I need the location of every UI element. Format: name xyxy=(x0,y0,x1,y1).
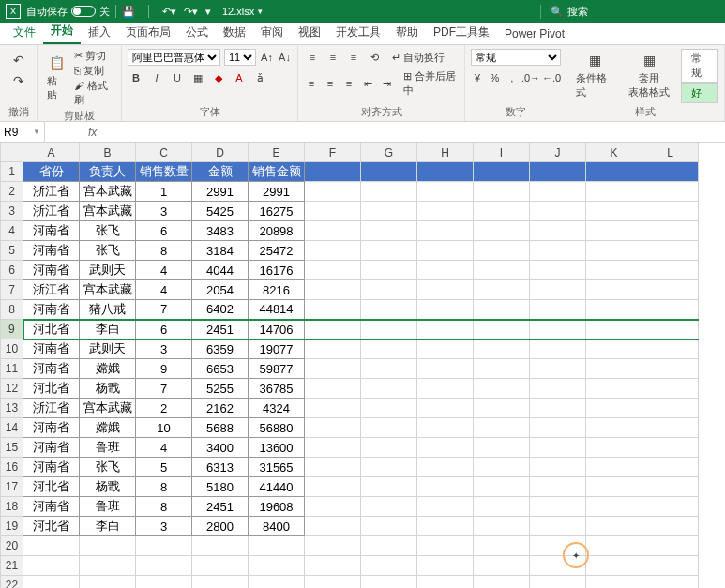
cell[interactable]: 3 xyxy=(136,339,192,359)
cell[interactable] xyxy=(249,536,305,556)
cell[interactable]: 8 xyxy=(136,241,192,261)
cell[interactable]: 19077 xyxy=(249,339,305,359)
column-header[interactable]: J xyxy=(530,143,586,162)
cell[interactable]: 8216 xyxy=(249,280,305,300)
cell[interactable] xyxy=(474,418,530,438)
cell[interactable] xyxy=(586,497,642,517)
cell[interactable] xyxy=(530,517,586,536)
cell[interactable] xyxy=(586,202,642,221)
cell[interactable] xyxy=(530,576,586,589)
format-painter-button[interactable]: 🖌 格式刷 xyxy=(74,79,115,107)
cell-style-good[interactable]: 好 xyxy=(681,83,718,103)
cell[interactable] xyxy=(305,202,361,221)
cell[interactable] xyxy=(530,202,586,221)
row-header[interactable]: 8 xyxy=(1,300,23,320)
cell[interactable]: 河南省 xyxy=(23,418,80,438)
cell[interactable]: 2054 xyxy=(192,280,249,300)
cell[interactable] xyxy=(642,280,699,300)
cell[interactable] xyxy=(474,438,530,458)
cell[interactable] xyxy=(417,576,474,589)
decrease-font-icon[interactable]: A↓ xyxy=(278,49,292,66)
cell[interactable] xyxy=(361,399,417,418)
cell[interactable] xyxy=(305,162,361,182)
cell[interactable] xyxy=(474,497,530,517)
phonetic-button[interactable]: ǎ xyxy=(251,69,268,86)
cell[interactable] xyxy=(586,182,642,202)
cell[interactable] xyxy=(305,536,361,556)
column-header[interactable]: B xyxy=(80,143,136,162)
cell[interactable] xyxy=(305,241,361,261)
cell[interactable] xyxy=(305,399,361,418)
cell[interactable] xyxy=(305,339,361,359)
cell[interactable]: 5 xyxy=(136,458,192,477)
row-header[interactable]: 19 xyxy=(1,517,23,536)
cell[interactable]: 2800 xyxy=(192,517,249,536)
cell[interactable] xyxy=(474,300,530,320)
row-header[interactable]: 7 xyxy=(1,280,23,300)
cell[interactable] xyxy=(361,438,417,458)
cell[interactable] xyxy=(474,576,530,589)
cell[interactable] xyxy=(361,261,417,280)
cell[interactable]: 河南省 xyxy=(23,438,80,458)
cell[interactable]: 河北省 xyxy=(23,517,80,536)
cell[interactable] xyxy=(642,497,699,517)
cell[interactable]: 3184 xyxy=(192,241,249,261)
cell[interactable]: 1 xyxy=(136,182,192,202)
cell[interactable] xyxy=(305,182,361,202)
cell[interactable] xyxy=(642,339,699,359)
cell[interactable]: 河北省 xyxy=(23,379,80,399)
cell[interactable]: 河南省 xyxy=(23,241,80,261)
cell[interactable] xyxy=(361,241,417,261)
cell[interactable] xyxy=(474,359,530,379)
cell[interactable] xyxy=(530,182,586,202)
cell[interactable] xyxy=(642,182,699,202)
fill-color-button[interactable]: ◆ xyxy=(210,69,227,86)
cell[interactable] xyxy=(642,477,699,497)
cell[interactable]: 6 xyxy=(136,221,192,241)
cell[interactable] xyxy=(80,536,136,556)
cell[interactable] xyxy=(192,576,249,589)
cell[interactable] xyxy=(305,320,361,339)
cell[interactable] xyxy=(642,379,699,399)
cell[interactable] xyxy=(417,438,474,458)
cell[interactable] xyxy=(474,202,530,221)
cell[interactable]: 8 xyxy=(136,497,192,517)
row-header[interactable]: 15 xyxy=(1,438,23,458)
cell[interactable] xyxy=(417,280,474,300)
redo-icon[interactable]: ↷▾ xyxy=(184,6,198,18)
autosave-toggle[interactable]: 自动保存 关 xyxy=(26,5,110,19)
bold-button[interactable]: B xyxy=(128,69,144,86)
cell[interactable] xyxy=(530,320,586,339)
cell[interactable] xyxy=(192,556,249,576)
qat-dropdown-icon[interactable]: ▾ xyxy=(205,6,211,18)
cell[interactable] xyxy=(530,162,586,182)
tab-data[interactable]: 数据 xyxy=(216,21,253,44)
cell[interactable] xyxy=(530,556,586,576)
cell[interactable] xyxy=(305,261,361,280)
cell[interactable] xyxy=(417,221,474,241)
cell[interactable] xyxy=(417,556,474,576)
cell[interactable]: 宫本武藏 xyxy=(80,182,136,202)
cell[interactable] xyxy=(642,418,699,438)
cell[interactable]: 鲁班 xyxy=(80,438,136,458)
cell[interactable] xyxy=(417,300,474,320)
cell[interactable] xyxy=(305,576,361,589)
row-header[interactable]: 6 xyxy=(1,261,23,280)
cell[interactable]: 负责人 xyxy=(80,162,136,182)
comma-icon[interactable]: , xyxy=(506,69,519,86)
cell[interactable] xyxy=(530,339,586,359)
cell[interactable]: 56880 xyxy=(249,418,305,438)
cell[interactable]: 鲁班 xyxy=(80,497,136,517)
cell[interactable] xyxy=(80,556,136,576)
cell[interactable]: 宫本武藏 xyxy=(80,202,136,221)
align-top-icon[interactable]: ≡ xyxy=(304,49,321,66)
cell[interactable]: 7 xyxy=(136,300,192,320)
cell[interactable]: 张飞 xyxy=(80,241,136,261)
cell[interactable] xyxy=(305,497,361,517)
cell[interactable] xyxy=(586,280,642,300)
cell[interactable]: 4 xyxy=(136,261,192,280)
cell[interactable]: 2991 xyxy=(192,182,249,202)
cell[interactable] xyxy=(586,379,642,399)
cell[interactable] xyxy=(361,556,417,576)
cell[interactable] xyxy=(474,339,530,359)
